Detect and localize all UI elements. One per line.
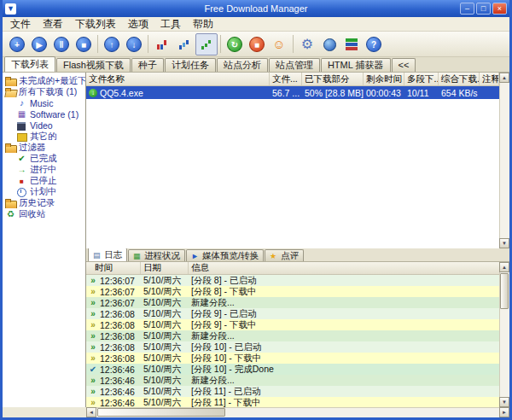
vertical-scrollbar-log[interactable]: ▲ ▼ [499, 262, 509, 407]
log-row[interactable]: »12:36:465/10/周六[分段 11] - 下载中 [86, 397, 499, 407]
minimize-button[interactable]: – [460, 3, 474, 15]
pause-download-button[interactable]: ‖ [50, 33, 73, 55]
title-bar[interactable]: ▼ Free Download Manager – □ × [3, 0, 509, 17]
menu-download-list[interactable]: 下载列表 [69, 16, 122, 32]
sidebar-item-label: 计划中 [30, 186, 57, 197]
tab-site-analysis[interactable]: 站点分析 [217, 58, 268, 72]
sidebar-item-label: 其它的 [30, 131, 57, 142]
sidebar-item-music[interactable]: Music [3, 97, 85, 108]
move-up-button[interactable]: ↑ [101, 33, 123, 55]
resume-download-button[interactable]: ▶ [28, 33, 50, 55]
log-row[interactable]: »12:36:075/10/周六新建分段... [86, 297, 499, 308]
log-row[interactable]: ✔12:36:465/10/周六[分段 10] - 完成Done [86, 364, 499, 375]
community-button[interactable]: ☺ [268, 33, 290, 55]
clock-icon [16, 187, 27, 197]
plus-icon: + [9, 37, 25, 52]
flash-video-download-button[interactable] [151, 33, 173, 55]
scroll-up-button[interactable]: ▲ [499, 262, 509, 272]
log-column-header[interactable]: 信息 [189, 262, 509, 274]
scroll-down-button[interactable]: ▼ [499, 238, 509, 248]
scroll-left-button[interactable]: ◄ [86, 407, 96, 417]
tab-collapse[interactable]: << [392, 58, 416, 72]
log-row[interactable]: »12:36:085/10/周六新建分段... [86, 330, 499, 341]
log-column-header[interactable]: 时间 [86, 262, 141, 274]
site-analysis-button[interactable] [173, 33, 195, 55]
log-row[interactable]: »12:36:085/10/周六[分段 10] - 已启动 [86, 341, 499, 353]
log-time: 12:36:07 [100, 287, 141, 297]
move-down-button[interactable]: ↓ [123, 33, 145, 55]
bottom-tab-comments[interactable]: 点评 [265, 249, 304, 261]
library-button[interactable] [340, 33, 363, 55]
close-button[interactable]: × [492, 3, 507, 15]
sidebar-item-completed[interactable]: 已完成 [3, 153, 85, 164]
column-header[interactable]: 文件... [270, 73, 302, 85]
horizontal-scrollbar[interactable]: ◄ ► [86, 407, 509, 417]
log-row[interactable]: »12:36:465/10/周六[分段 11] - 已启动 [86, 386, 499, 397]
sidebar-item-other[interactable]: 其它的 [3, 131, 85, 142]
tab-flash-video[interactable]: Flash视频下载 [56, 58, 131, 72]
scrollbar-thumb[interactable] [500, 273, 509, 309]
sidebar-item-stopped[interactable]: 已停止 [3, 175, 85, 186]
help-button[interactable]: ? [363, 33, 385, 55]
bottom-tab-progress[interactable]: 进程状况 [128, 249, 185, 261]
column-header[interactable]: 综合下载... [439, 73, 480, 85]
sidebar-item-in-progress[interactable]: 进行中 [3, 164, 85, 175]
green-chart-icon [200, 37, 214, 51]
vertical-scrollbar-main[interactable]: ▲ ▼ [499, 73, 509, 248]
download-row[interactable]: ↓QQ5.4.exe56.7 ...50% [28.8 MB]00:00:431… [86, 86, 499, 99]
menu-tools[interactable]: 工具 [154, 16, 187, 32]
log-time: 12:36:46 [100, 398, 141, 408]
sidebar-item-recycle-bin[interactable]: 回收站 [3, 208, 85, 219]
bottom-tab-media-preview[interactable]: 媒体预览/转换 [186, 249, 264, 261]
log-row[interactable]: »12:36:465/10/周六新建分段... [86, 375, 499, 386]
stop-all-button[interactable]: ■ [246, 33, 268, 55]
add-download-button[interactable]: + [6, 33, 28, 55]
tab-scheduler[interactable]: 计划任务 [165, 58, 216, 72]
downloading-icon: » [86, 320, 100, 330]
pause-icon: ‖ [54, 37, 69, 52]
column-header[interactable]: 文件名称 [86, 73, 270, 85]
sidebar-item-scheduled[interactable]: 计划中 [3, 186, 85, 197]
column-header[interactable]: 多段下... [404, 73, 439, 85]
log-date: 5/10/周六 [141, 386, 189, 398]
toolbar-separator [148, 35, 148, 53]
tab-site-manager[interactable]: 站点管理 [269, 58, 320, 72]
sidebar-item-software[interactable]: Software (1) [3, 108, 85, 120]
toolbar: +▶‖■↑↓↻■☺⚙? [3, 32, 509, 57]
menu-file[interactable]: 文件 [4, 16, 37, 32]
tab-downloads[interactable]: 下载列表 [4, 56, 55, 72]
tab-html-spider[interactable]: HTML 捕获器 [321, 58, 391, 72]
sidebar-item-filters[interactable]: 过滤器 [3, 142, 85, 153]
scrollbar-thumb[interactable] [97, 408, 225, 417]
site-manager-button[interactable] [195, 33, 218, 55]
menu-options[interactable]: 选项 [122, 16, 154, 32]
log-date: 5/10/周六 [141, 364, 189, 376]
scroll-up-button[interactable]: ▲ [499, 73, 509, 83]
menu-help[interactable]: 帮助 [187, 16, 219, 32]
log-date: 5/10/周六 [141, 330, 189, 342]
start-all-button[interactable]: ↻ [224, 33, 246, 55]
bottom-tab-log[interactable]: 日志 [88, 248, 127, 261]
tab-torrents[interactable]: 种子 [131, 58, 164, 72]
log-row[interactable]: »12:36:085/10/周六[分段 10] - 下载中 [86, 353, 499, 364]
log-row[interactable]: »12:36:085/10/周六[分段 9] - 下载中 [86, 319, 499, 330]
sidebar-item-all-downloads[interactable]: 所有下载项 (1) [3, 86, 85, 97]
column-header[interactable]: 剩余时间 [364, 73, 404, 85]
sidebar-item-history[interactable]: 历史记录 [3, 197, 85, 208]
log-row[interactable]: »12:36:085/10/周六[分段 9] - 已启动 [86, 308, 499, 319]
maximize-button[interactable]: □ [476, 3, 491, 15]
log-row[interactable]: »12:36:075/10/周六[分段 8] - 已启动 [86, 275, 499, 286]
log-row[interactable]: »12:36:075/10/周六[分段 8] - 下载中 [86, 286, 499, 297]
log-column-header[interactable]: 日期 [141, 262, 189, 274]
column-header[interactable]: 注释 [480, 73, 499, 85]
column-header[interactable]: 已下载部分 [302, 73, 364, 85]
browser-integration-button[interactable] [318, 33, 340, 55]
scroll-down-button[interactable]: ▼ [499, 397, 509, 407]
settings-button[interactable]: ⚙ [296, 33, 318, 55]
log-time: 12:36:07 [100, 298, 141, 308]
sidebar-item-incomplete-recent[interactable]: 未完成的+最近下载 [3, 75, 85, 86]
menu-view[interactable]: 查看 [37, 16, 69, 32]
scroll-right-button[interactable]: ► [499, 407, 509, 417]
sidebar-item-video[interactable]: Video [3, 120, 85, 131]
stop-download-button[interactable]: ■ [73, 33, 95, 55]
